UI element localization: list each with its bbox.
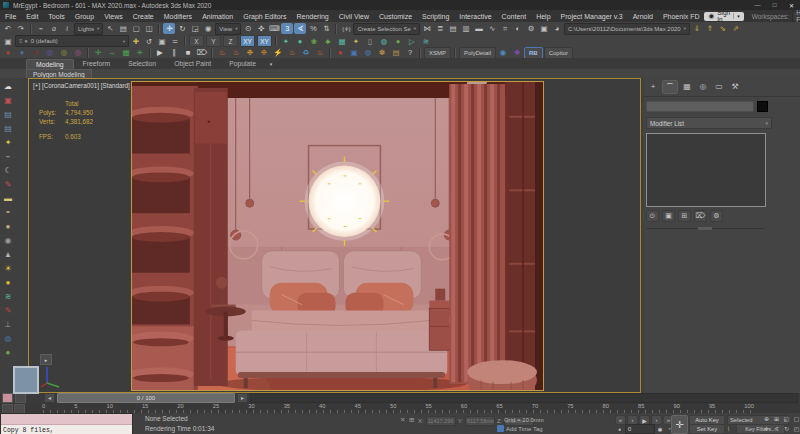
scene-tool-icon[interactable]: ✦ [280, 36, 292, 47]
curve-editor-icon[interactable]: ∿ [486, 23, 498, 34]
menu-item[interactable]: Arnold [628, 13, 658, 20]
phoenix-splash-icon[interactable]: ❉ [258, 47, 270, 58]
coordinate-system-dropdown[interactable]: View▾ [215, 23, 241, 35]
tab-object-paint[interactable]: Object Paint [165, 59, 220, 69]
minimize-button[interactable]: — [749, 0, 766, 10]
file-tool-icon[interactable]: ⇑ [704, 23, 716, 34]
tab-utilities[interactable]: ⚒ [728, 80, 742, 92]
plugin-icon[interactable]: ◉ [497, 47, 509, 58]
scene-tool-icon[interactable]: ≋ [420, 36, 432, 47]
scene-explorer-icon[interactable]: ▤ [447, 23, 459, 34]
mini-listener-icon[interactable] [2, 393, 13, 403]
menu-item[interactable]: Project Manager v.3 [556, 13, 628, 20]
unlink-icon[interactable]: ⌀ [48, 23, 60, 34]
phoenix-splash-icon[interactable]: ❉ [244, 47, 256, 58]
hand-tool-icon[interactable]: ✽ [376, 47, 388, 58]
plane-icon[interactable]: ▬ [3, 192, 14, 204]
window-crossing-icon[interactable]: ◫ [143, 23, 155, 34]
frame-forward-button[interactable]: ► [237, 393, 248, 403]
stop-sim-icon[interactable]: ■ [182, 47, 194, 58]
y-field[interactable]: 8117.58mm [465, 416, 495, 426]
ribbon-toggle-icon[interactable]: ▬ [473, 23, 485, 34]
pen-icon[interactable]: ✎ [3, 304, 14, 316]
phoenix-fire-icon[interactable]: ♨ [286, 47, 298, 58]
add-time-tag[interactable]: Add Time Tag [497, 425, 543, 432]
camera-tool-icon[interactable]: ▣ [348, 47, 360, 58]
tab-modify[interactable]: ⌒ [662, 80, 678, 94]
plug-icon[interactable]: ⌁ [3, 150, 14, 162]
light-icon[interactable]: ✦ [3, 136, 14, 148]
modifier-list-dropdown[interactable]: Modifier List ▾ [646, 117, 772, 129]
zoom-all-icon[interactable]: ⊞ [772, 414, 781, 423]
viewport[interactable]: [+] [CoronaCamera001] [Standard] [Clay] … [28, 78, 641, 393]
brush-icon[interactable]: ✎ [3, 178, 14, 190]
dome-icon[interactable]: ◓ [3, 206, 14, 218]
rotate-icon[interactable]: ↻ [176, 23, 188, 34]
phoenix-fire-icon[interactable]: ♨ [314, 47, 326, 58]
menu-item[interactable]: Tools [43, 13, 69, 20]
object-name-field[interactable] [646, 101, 754, 112]
remove-modifier-button[interactable]: ⌦ [694, 210, 707, 222]
object-color-swatch[interactable] [757, 101, 768, 112]
script-tool-icon[interactable]: ◍ [44, 47, 56, 58]
cloud-icon[interactable]: ☁ [3, 80, 14, 92]
scene-tool-icon[interactable]: ♣ [322, 36, 334, 47]
chevron-down-icon[interactable]: ▾ [265, 58, 277, 69]
zoom-icon[interactable]: ⊕ [762, 414, 771, 423]
maximize-viewport-icon[interactable]: ◰ [792, 424, 800, 433]
scene-tool-icon[interactable]: ▯ [364, 36, 376, 47]
script-tool-icon[interactable]: ● [16, 47, 28, 58]
modifier-stack[interactable] [646, 133, 766, 207]
spinner-snap-icon[interactable]: ⇅ [320, 23, 332, 34]
schematic-view-icon[interactable]: ⌗ [499, 23, 511, 34]
render-setup-icon[interactable]: ⚙ [525, 23, 537, 34]
play-sim-icon[interactable]: ▶ [154, 47, 166, 58]
sun-icon[interactable]: ☀ [3, 262, 14, 274]
rb-button[interactable]: RB [524, 47, 543, 59]
redo-icon[interactable]: ↷ [15, 23, 27, 34]
globe-icon[interactable]: ◍ [3, 332, 14, 344]
selection-region-icon[interactable]: ▢ [130, 23, 142, 34]
axis-xy-button[interactable]: XY [240, 35, 255, 47]
named-selection-dropdown[interactable]: Create Selection Se▾ [353, 23, 420, 35]
swatch-button[interactable] [13, 366, 39, 394]
placement-icon[interactable]: ◉ [202, 23, 214, 34]
orbit-icon[interactable]: ↻ [782, 424, 791, 433]
delete-sim-icon[interactable]: ⌦ [196, 47, 208, 58]
image-icon[interactable]: ▣ [3, 94, 14, 106]
named-sets-icon[interactable]: {✛} [340, 23, 352, 34]
menu-item[interactable]: Animation [197, 13, 238, 20]
sphere-icon[interactable]: ● [3, 220, 14, 232]
menu-item[interactable]: Phoenix FD [658, 13, 705, 20]
scene-tool-icon[interactable]: ✦ [350, 36, 362, 47]
pause-sim-icon[interactable]: ∥ [168, 47, 180, 58]
key-brackets-icon[interactable]: ⌇ [727, 425, 730, 432]
tab-freeform[interactable]: Freeform [74, 59, 120, 69]
keyboard-override-icon[interactable]: ⌨ [268, 23, 280, 34]
workspace-dropdown[interactable]: Hosny Fahmy ▾ [792, 11, 800, 22]
script-tool-icon[interactable]: ● [2, 47, 14, 58]
menu-item[interactable]: Scripting [417, 13, 454, 20]
camera-view[interactable] [131, 81, 544, 391]
listener-line[interactable]: Copy 8 files, [1, 425, 132, 434]
current-frame-field[interactable]: 0 [625, 424, 655, 434]
menu-item[interactable]: Help [531, 13, 555, 20]
frame-back-button[interactable]: ◄ [44, 393, 55, 403]
layer-explorer-icon[interactable]: ▥ [460, 23, 472, 34]
zoom-extents-icon[interactable]: ◱ [782, 414, 791, 423]
layer-tool-icon[interactable]: ▣ [156, 36, 168, 47]
help-icon[interactable]: ? [404, 47, 416, 58]
xsmp-button[interactable]: XSMP [424, 47, 451, 59]
maxscript-mini-listener[interactable]: Copy 8 files, [0, 413, 133, 434]
menu-item[interactable]: Create [128, 13, 159, 20]
select-by-name-icon[interactable]: ▤ [117, 23, 129, 34]
restore-button[interactable]: □ [766, 0, 783, 10]
menu-item[interactable]: Graph Editors [238, 13, 291, 20]
move-icon[interactable]: ✛ [163, 23, 175, 34]
pin-stack-button[interactable]: ⊙ [646, 210, 659, 222]
scene-tool-icon[interactable]: ▷ [406, 36, 418, 47]
axis-x-button[interactable]: X [189, 35, 204, 47]
tab-populate[interactable]: Populate [220, 59, 265, 69]
script-tool-icon[interactable]: ◎ [72, 47, 84, 58]
time-slider-handle[interactable]: 0 / 100 [57, 393, 235, 403]
